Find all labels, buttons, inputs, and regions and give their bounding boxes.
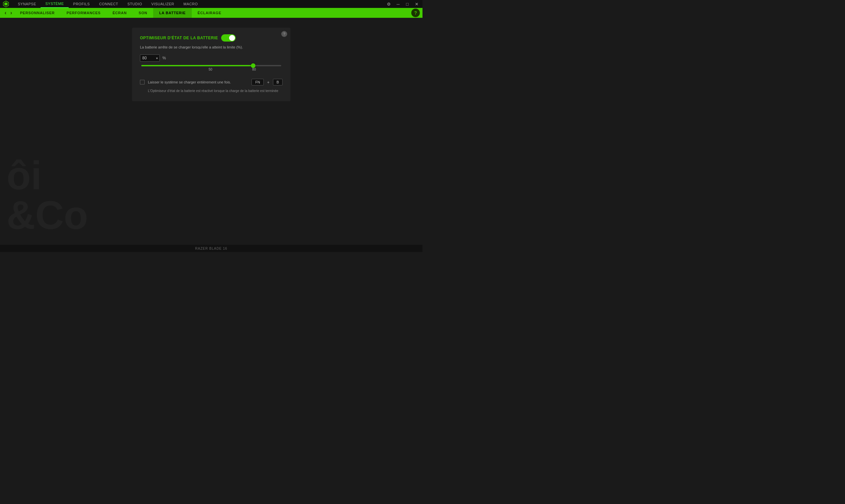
battery-value-dropdown-wrapper: 60 70 75 80 85 90 100 bbox=[140, 54, 160, 62]
nav-item-synapse[interactable]: SYNAPSE bbox=[13, 0, 40, 8]
tab-la-batterie[interactable]: LA BATTERIE bbox=[153, 8, 191, 18]
card-help-icon[interactable]: ? bbox=[281, 31, 287, 37]
slider-thumb[interactable] bbox=[251, 63, 256, 68]
help-button[interactable]: ? bbox=[411, 8, 420, 17]
tab-performances[interactable]: PERFORMANCES bbox=[61, 8, 107, 18]
nav-item-macro[interactable]: MACRO bbox=[179, 0, 203, 8]
device-name: RAZER BLADE 16 bbox=[195, 247, 227, 250]
svg-marker-1 bbox=[4, 2, 7, 6]
main-content: ôi&Co ? OPTIMISEUR D'ÉTAT DE LA BATTERIE… bbox=[0, 18, 423, 245]
note-text: L'Optimiseur d'état de la batterie est r… bbox=[148, 89, 283, 93]
toggle-row: OPTIMISEUR D'ÉTAT DE LA BATTERIE bbox=[140, 34, 283, 41]
b-key-button[interactable]: B bbox=[273, 79, 283, 86]
nav-item-studio[interactable]: STUDIO bbox=[123, 0, 147, 8]
nav-item-visualizer[interactable]: VISUALIZER bbox=[147, 0, 179, 8]
tab-eclairage[interactable]: ÉCLAIRAGE bbox=[192, 8, 227, 18]
battery-optimiser-toggle[interactable] bbox=[221, 34, 236, 41]
tab-ecran[interactable]: ÉCRAN bbox=[107, 8, 133, 18]
nav-back-arrow[interactable]: ‹ bbox=[3, 10, 8, 16]
checkbox-label: Laisser le système se charger entièremen… bbox=[148, 80, 248, 84]
nav-item-systeme[interactable]: SYSTÈME bbox=[40, 0, 68, 8]
nav-forward-arrow[interactable]: › bbox=[8, 10, 14, 16]
checkbox-row: Laisser le système se charger entièremen… bbox=[140, 79, 283, 86]
close-button[interactable]: ✕ bbox=[413, 1, 420, 7]
tab-personnaliser[interactable]: PERSONNALISER bbox=[14, 8, 61, 18]
secondary-nav-items: PERSONNALISER PERFORMANCES ÉCRAN SON LA … bbox=[14, 8, 227, 18]
battery-description: La batterie arrête de se charger lorsqu'… bbox=[140, 45, 283, 50]
slider-fill bbox=[141, 65, 253, 66]
maximize-button[interactable]: □ bbox=[404, 1, 411, 7]
razer-logo bbox=[3, 1, 9, 7]
optimiser-label: OPTIMISEUR D'ÉTAT DE LA BATTERIE bbox=[140, 36, 218, 40]
nav-item-profils[interactable]: PROFILS bbox=[69, 0, 95, 8]
settings-icon[interactable]: ⚙ bbox=[386, 1, 392, 7]
plus-symbol: + bbox=[267, 80, 270, 85]
battery-card: ? OPTIMISEUR D'ÉTAT DE LA BATTERIE La ba… bbox=[132, 28, 291, 101]
top-nav: SYNAPSE SYSTÈME PROFILS CONNECT STUDIO V… bbox=[0, 0, 423, 8]
nav-item-connect[interactable]: CONNECT bbox=[94, 0, 123, 8]
tab-son[interactable]: SON bbox=[133, 8, 153, 18]
slider-track bbox=[141, 65, 281, 66]
secondary-nav: ‹ › PERSONNALISER PERFORMANCES ÉCRAN SON… bbox=[0, 8, 423, 18]
slider-label-80: 80 bbox=[252, 68, 256, 71]
battery-value-select[interactable]: 60 70 75 80 85 90 100 bbox=[140, 54, 160, 62]
full-charge-checkbox[interactable] bbox=[140, 80, 145, 85]
slider-label-50: 50 bbox=[209, 68, 212, 71]
slider-labels-row: 50 80 bbox=[141, 68, 281, 73]
fn-key-button[interactable]: FN bbox=[251, 79, 264, 86]
watermark: ôi&Co bbox=[6, 156, 88, 235]
help-area: ? bbox=[411, 8, 420, 17]
value-input-row: 60 70 75 80 85 90 100 % bbox=[140, 54, 283, 62]
minimize-button[interactable]: ─ bbox=[395, 1, 401, 7]
percent-symbol: % bbox=[162, 56, 166, 60]
window-controls: ⚙ ─ □ ✕ bbox=[386, 1, 420, 7]
top-nav-items: SYNAPSE SYSTÈME PROFILS CONNECT STUDIO V… bbox=[13, 0, 203, 8]
status-bar: RAZER BLADE 16 bbox=[0, 245, 423, 252]
battery-slider-container: 50 80 bbox=[140, 65, 283, 73]
